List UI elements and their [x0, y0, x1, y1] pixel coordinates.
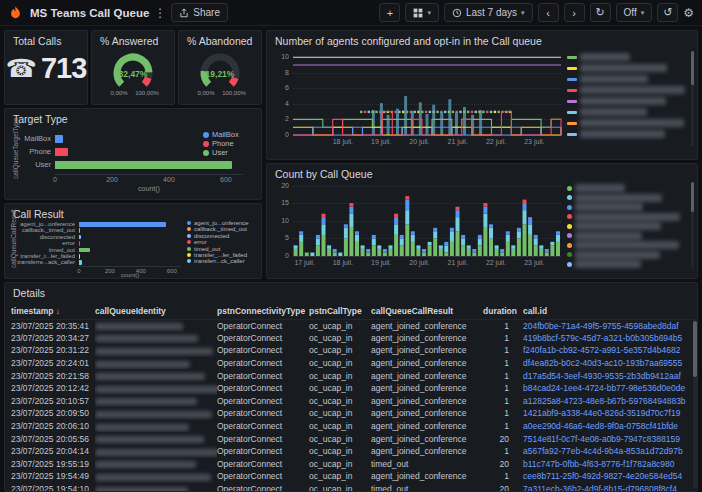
- gauge-value-text: 82,47%: [119, 69, 148, 79]
- legend-item[interactable]: Phone: [203, 139, 234, 148]
- panel-title[interactable]: % Abandoned: [179, 31, 261, 48]
- redacted-legend-label: [575, 194, 662, 202]
- legend-item[interactable]: [567, 86, 685, 94]
- total-calls-value: 713: [41, 54, 86, 83]
- x-tick-label: 21 juil.: [442, 259, 474, 266]
- legend-item[interactable]: User: [203, 148, 228, 157]
- legend-item[interactable]: transfer_...ler_failed: [187, 252, 247, 258]
- legend-item[interactable]: [567, 222, 661, 230]
- legend-label: transfer_...ler_failed: [194, 252, 247, 258]
- column-header-timestamp[interactable]: timestamp ↓: [11, 303, 95, 319]
- legend-label: callback._timed_out: [194, 226, 247, 232]
- legend-item[interactable]: [567, 260, 641, 268]
- cell-duration: 1: [483, 470, 523, 483]
- legend-item[interactable]: agent_jo...onference: [187, 220, 249, 226]
- legend-item[interactable]: error: [187, 239, 207, 245]
- legend-item[interactable]: [567, 108, 647, 116]
- dashboard-view-dropdown[interactable]: ▾: [405, 3, 439, 22]
- cell-pstnCallType: oc_ucap_in: [309, 458, 371, 471]
- cell-callQueueCallResult: agent_joined_conference: [371, 332, 483, 345]
- share-button[interactable]: Share: [171, 3, 228, 22]
- x-axis: [55, 174, 243, 175]
- settings-gear-icon[interactable]: ⚙: [683, 6, 694, 20]
- cell-timestamp: 23/07/2025 20:12:42: [11, 382, 95, 395]
- cell-callqueueidentity-redacted: [95, 319, 217, 332]
- table-row: 23/07/2025 20:10:57OperatorConnectoc_uca…: [11, 395, 695, 408]
- panel-title[interactable]: Total Calls: [5, 31, 87, 48]
- table-row: 23/07/2025 20:05:56OperatorConnectoc_uca…: [11, 432, 695, 445]
- cell-timestamp: 23/07/2025 20:31:22: [11, 344, 95, 357]
- kebab-menu-icon[interactable]: ⋮: [154, 6, 166, 20]
- legend-swatch-icon: [203, 141, 209, 147]
- redacted-legend-label: [575, 232, 642, 240]
- table-scrollbar-thumb[interactable]: [693, 321, 697, 377]
- clock-icon: [452, 8, 462, 18]
- column-header-callQueueIdentity[interactable]: callQueueIdentity: [95, 303, 217, 319]
- panel-title[interactable]: % Answered: [92, 31, 174, 48]
- table-row: 23/07/2025 20:24:01OperatorConnectoc_uca…: [11, 357, 695, 370]
- column-header-callQueueCallResult[interactable]: callQueueCallResult: [371, 303, 483, 319]
- gauge-min-label: 0,00%: [197, 90, 215, 96]
- legend-item[interactable]: disconnected: [187, 233, 229, 239]
- panel-title[interactable]: Number of agents configured and opt-in i…: [267, 31, 697, 48]
- cell-duration: 1: [483, 407, 523, 420]
- cell-pstnCallType: oc_ucap_in: [309, 319, 371, 332]
- column-header-duration[interactable]: duration: [483, 303, 523, 319]
- legend-scrollbar-thumb[interactable]: [691, 182, 694, 212]
- legend-swatch-icon: [567, 100, 577, 103]
- grafana-logo[interactable]: [8, 5, 23, 20]
- legend-swatch-icon: [567, 122, 577, 125]
- legend-item[interactable]: [567, 130, 665, 138]
- legend-item[interactable]: [567, 184, 625, 192]
- redacted-text: [95, 487, 188, 492]
- dashboard-title[interactable]: MS Teams Call Queue: [30, 7, 149, 19]
- redacted-text: [95, 348, 213, 355]
- cell-callqueueidentity-redacted: [95, 470, 217, 483]
- legend-item[interactable]: [567, 194, 662, 202]
- legend-item[interactable]: [567, 119, 684, 127]
- column-header-pstnCallType[interactable]: pstnCallType: [309, 303, 371, 319]
- time-shift-left-button[interactable]: ‹: [538, 3, 559, 22]
- column-header-pstnConnectivityType[interactable]: pstnConnectivityType: [217, 303, 309, 319]
- legend-swatch-icon: [567, 111, 577, 114]
- cell-pstnCallType: oc_ucap_in: [309, 344, 371, 357]
- legend-item[interactable]: [567, 75, 648, 83]
- column-header-call.id[interactable]: call.id: [523, 303, 695, 319]
- time-shift-right-button[interactable]: ›: [564, 3, 585, 22]
- cell-pstnConnectivityType: OperatorConnect: [217, 332, 309, 345]
- legend-swatch-icon: [567, 195, 572, 200]
- answered-gauge: 82,47%0,00%100,00%: [99, 48, 167, 98]
- cell-callQueueCallResult: agent_joined_conference: [371, 357, 483, 370]
- legend-item[interactable]: [567, 53, 630, 61]
- legend-item[interactable]: [567, 251, 660, 259]
- legend-item[interactable]: callback._timed_out: [187, 226, 247, 232]
- x-tick-label: 200: [102, 176, 122, 183]
- redacted-legend-label: [575, 213, 680, 221]
- refresh-interval-dropdown[interactable]: Off ▾: [616, 3, 653, 22]
- cycle-refresh-button[interactable]: ↺: [657, 3, 678, 22]
- redacted-legend-label: [580, 75, 648, 83]
- legend-item[interactable]: [567, 213, 680, 221]
- panel-title[interactable]: Call Result: [5, 204, 261, 221]
- panel-title[interactable]: Target Type: [5, 109, 261, 126]
- refresh-button[interactable]: ↻: [590, 3, 611, 22]
- legend-item[interactable]: transferr...ck_caller: [187, 258, 245, 264]
- legend-swatch-icon: [567, 89, 577, 92]
- legend-scrollbar-thumb[interactable]: [691, 51, 694, 85]
- panel-title[interactable]: Details: [5, 283, 697, 300]
- legend-item[interactable]: [567, 97, 666, 105]
- legend-item[interactable]: [567, 241, 679, 249]
- add-panel-button[interactable]: +: [379, 3, 400, 22]
- cell-timestamp: 23/07/2025 20:06:10: [11, 420, 95, 433]
- legend-swatch-icon: [187, 240, 191, 244]
- cell-timestamp: 23/07/2025 19:55:19: [11, 458, 95, 471]
- legend-item[interactable]: timed_out: [187, 246, 220, 252]
- time-range-picker[interactable]: Last 7 days ▾: [444, 3, 533, 22]
- panel-title[interactable]: Count by Call Queue: [267, 164, 697, 181]
- legend-item[interactable]: [567, 203, 643, 211]
- legend-item[interactable]: [567, 232, 642, 240]
- legend-item[interactable]: MailBox: [203, 130, 239, 139]
- legend-label: transferr...ck_caller: [194, 258, 245, 264]
- legend-item[interactable]: [567, 64, 667, 72]
- cell-call.id: 7514e81f-0c7f-4e08-a0b9-7947c8388159: [523, 432, 695, 445]
